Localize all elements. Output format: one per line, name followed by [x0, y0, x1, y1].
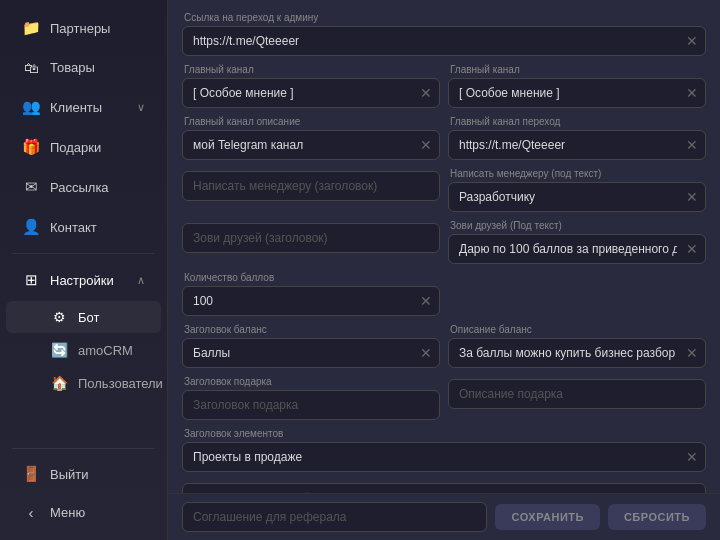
- balance-title-clear[interactable]: ✕: [420, 346, 432, 360]
- form-group-manager-title: [182, 168, 440, 212]
- agreement-input[interactable]: [182, 502, 487, 532]
- form-row-7: Заголовок баланс ✕ Описание баланс ✕: [182, 324, 706, 368]
- points-clear[interactable]: ✕: [420, 294, 432, 308]
- menu-icon: ‹: [22, 504, 40, 521]
- channel-desc-input[interactable]: [182, 130, 440, 160]
- points-wrap: ✕: [182, 286, 440, 316]
- form-row-2: Главный канал ✕ Главный канал ✕: [182, 64, 706, 108]
- admin-link-label: Ссылка на переход к админу: [182, 12, 706, 23]
- form-group-manager-text: Написать менеджеру (под текст) ✕: [448, 168, 706, 212]
- points-input[interactable]: [182, 286, 440, 316]
- manager-text-label: Написать менеджеру (под текст): [448, 168, 706, 179]
- gifts-icon: 🎁: [22, 138, 40, 156]
- gift-desc-wrap: [448, 379, 706, 409]
- sidebar-item-settings[interactable]: ⊞ Настройки ∧: [6, 261, 161, 299]
- form-row-10: [182, 480, 706, 493]
- main-content: Ссылка на переход к админу ✕ Главный кан…: [168, 0, 720, 540]
- channel-link-label: Главный канал переход: [448, 116, 706, 127]
- sidebar-item-label: Меню: [50, 505, 85, 520]
- balance-title-input[interactable]: [182, 338, 440, 368]
- sidebar-item-label: Товары: [50, 60, 95, 75]
- manager-title-wrap: [182, 171, 440, 201]
- sidebar-item-menu[interactable]: ‹ Меню: [6, 494, 161, 531]
- form-footer: СОХРАНИТЬ СБРОСИТЬ: [168, 493, 720, 540]
- save-button[interactable]: СОХРАНИТЬ: [495, 504, 599, 530]
- channel-desc-clear[interactable]: ✕: [420, 138, 432, 152]
- form-group-invite: [182, 480, 706, 493]
- sidebar-item-clients[interactable]: 👥 Клиенты ∨: [6, 88, 161, 126]
- admin-link-input[interactable]: [182, 26, 706, 56]
- sidebar-item-bot[interactable]: ⚙ Бот: [6, 301, 161, 333]
- sidebar-item-mailing[interactable]: ✉ Рассылка: [6, 168, 161, 206]
- sidebar-item-partners[interactable]: 📁 Партнеры: [6, 9, 161, 47]
- friends-subtext-input[interactable]: [448, 234, 706, 264]
- sidebar-item-amocrm[interactable]: 🔄 amoCRM: [6, 334, 161, 366]
- invite-textarea[interactable]: [182, 483, 706, 493]
- sidebar-item-gifts[interactable]: 🎁 Подарки: [6, 128, 161, 166]
- manager-text-clear[interactable]: ✕: [686, 190, 698, 204]
- channel-link-input[interactable]: [448, 130, 706, 160]
- main-channel-left-clear[interactable]: ✕: [420, 86, 432, 100]
- channel-link-clear[interactable]: ✕: [686, 138, 698, 152]
- gift-title-label: Заголовок подарка: [182, 376, 440, 387]
- sidebar-item-users[interactable]: 🏠 Пользователи: [6, 367, 161, 399]
- divider: [12, 253, 155, 254]
- balance-desc-input[interactable]: [448, 338, 706, 368]
- main-channel-right-label: Главный канал: [448, 64, 706, 75]
- form-row-4: Написать менеджеру (под текст) ✕: [182, 168, 706, 212]
- form-row-9: Заголовок элементов ✕: [182, 428, 706, 472]
- form-group-gift-title: Заголовок подарка: [182, 376, 440, 420]
- contact-icon: 👤: [22, 218, 40, 236]
- admin-link-wrap: ✕: [182, 26, 706, 56]
- sidebar-item-goods[interactable]: 🛍 Товары: [6, 49, 161, 86]
- balance-title-wrap: ✕: [182, 338, 440, 368]
- form-group-gift-desc: [448, 376, 706, 420]
- goods-icon: 🛍: [22, 59, 40, 76]
- form-group-admin-link: Ссылка на переход к админу ✕: [182, 12, 706, 56]
- sidebar-item-logout[interactable]: 🚪 Выйти: [6, 455, 161, 493]
- form-group-channel-link: Главный канал переход ✕: [448, 116, 706, 160]
- main-channel-right-wrap: ✕: [448, 78, 706, 108]
- balance-desc-clear[interactable]: ✕: [686, 346, 698, 360]
- form-group-elements-title: Заголовок элементов ✕: [182, 428, 706, 472]
- form-group-points: Количество баллов ✕: [182, 272, 440, 316]
- elements-title-wrap: ✕: [182, 442, 706, 472]
- admin-link-clear-button[interactable]: ✕: [686, 34, 698, 48]
- sidebar-sub-label: amoCRM: [78, 343, 133, 358]
- main-channel-right-input[interactable]: [448, 78, 706, 108]
- form-row-1: Ссылка на переход к админу ✕: [182, 12, 706, 56]
- mailing-icon: ✉: [22, 178, 40, 196]
- gift-desc-input[interactable]: [448, 379, 706, 409]
- manager-text-input[interactable]: [448, 182, 706, 212]
- form-row-3: Главный канал описание ✕ Главный канал п…: [182, 116, 706, 160]
- manager-title-input[interactable]: [182, 171, 440, 201]
- form-group-friends-subtext: Зови друзей (Под текст) ✕: [448, 220, 706, 264]
- form-row-5: Зови друзей (Под текст) ✕: [182, 220, 706, 264]
- form-group-main-channel-left: Главный канал ✕: [182, 64, 440, 108]
- form-group-balance-desc: Описание баланс ✕: [448, 324, 706, 368]
- clients-icon: 👥: [22, 98, 40, 116]
- divider-bottom: [12, 448, 155, 449]
- sidebar-sub-label: Пользователи: [78, 376, 163, 391]
- elements-title-input[interactable]: [182, 442, 706, 472]
- friends-subtext-clear[interactable]: ✕: [686, 242, 698, 256]
- friends-subtext-wrap: ✕: [448, 234, 706, 264]
- main-channel-left-input[interactable]: [182, 78, 440, 108]
- friends-subtext-label: Зови друзей (Под текст): [448, 220, 706, 231]
- manager-text-wrap: ✕: [448, 182, 706, 212]
- settings-icon: ⊞: [22, 271, 40, 289]
- logout-icon: 🚪: [22, 465, 40, 483]
- sidebar-item-label: Настройки: [50, 273, 114, 288]
- form-group-channel-desc: Главный канал описание ✕: [182, 116, 440, 160]
- form-group-main-channel-right: Главный канал ✕: [448, 64, 706, 108]
- gift-title-input[interactable]: [182, 390, 440, 420]
- sidebar-item-contact[interactable]: 👤 Контакт: [6, 208, 161, 246]
- main-channel-left-label: Главный канал: [182, 64, 440, 75]
- elements-title-clear[interactable]: ✕: [686, 450, 698, 464]
- friends-title-input[interactable]: [182, 223, 440, 253]
- reset-button[interactable]: СБРОСИТЬ: [608, 504, 706, 530]
- main-channel-right-clear[interactable]: ✕: [686, 86, 698, 100]
- form-row-6: Количество баллов ✕: [182, 272, 706, 316]
- main-channel-left-wrap: ✕: [182, 78, 440, 108]
- friends-title-wrap: [182, 223, 440, 253]
